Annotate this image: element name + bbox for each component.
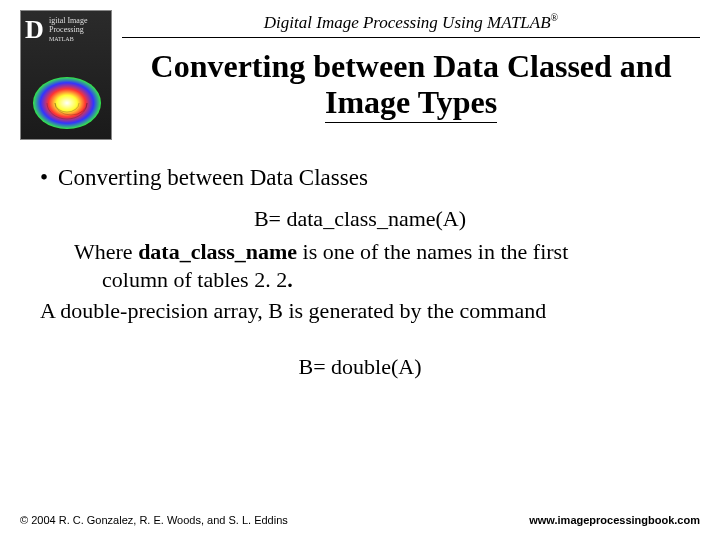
bullet-item: • Converting between Data Classes	[40, 164, 680, 193]
book-cover-thumbnail: D igital Image Processing MATLAB	[20, 10, 112, 140]
formula-1: B= data_class_name(A)	[40, 205, 680, 233]
formula-2: B= double(A)	[40, 353, 680, 381]
page-title: Converting between Data Classed and Imag…	[122, 48, 700, 128]
para-dot: .	[287, 267, 293, 292]
bullet-text: Converting between Data Classes	[58, 164, 368, 193]
title-line-2-text: Image Types	[325, 84, 497, 123]
slide: D igital Image Processing MATLAB	[0, 0, 720, 540]
header-text-area: Digital Image Processing Using MATLAB® C…	[122, 10, 700, 127]
paragraph-2: A double-precision array, B is generated…	[40, 297, 680, 325]
cover-title-text: igital Image Processing MATLAB	[49, 17, 87, 43]
bullet-dot-icon: •	[40, 164, 48, 193]
title-line-2: Image Types	[325, 84, 497, 123]
footer: © 2004 R. C. Gonzalez, R. E. Woods, and …	[20, 514, 700, 526]
header-row: D igital Image Processing MATLAB	[20, 10, 700, 140]
para-bold-term: data_class_name	[138, 239, 297, 264]
svg-point-0	[33, 77, 101, 129]
content-area: • Converting between Data Classes B= dat…	[20, 164, 700, 380]
cover-matlab: MATLAB	[49, 36, 74, 42]
registered-mark: ®	[551, 12, 559, 23]
running-head-text: Digital Image Processing Using MATLAB	[264, 13, 551, 32]
cover-letter-d: D	[25, 15, 44, 45]
para-rest-2-line: column of tables 2. 2.	[74, 266, 680, 294]
para-lead: Where	[74, 239, 138, 264]
cover-art-icon	[29, 73, 105, 133]
title-line-1: Converting between Data Classed and	[151, 48, 672, 84]
cover-title-line2: Processing	[49, 25, 84, 34]
cover-title-line1: igital Image	[49, 16, 87, 25]
para-rest-1: is one of the names in the first	[297, 239, 568, 264]
paragraph-1: Where data_class_name is one of the name…	[74, 238, 680, 293]
copyright-text: © 2004 R. C. Gonzalez, R. E. Woods, and …	[20, 514, 288, 526]
running-head: Digital Image Processing Using MATLAB®	[122, 12, 700, 38]
para-rest-2: column of tables 2. 2	[102, 267, 287, 292]
footer-url: www.imageprocessingbook.com	[529, 514, 700, 526]
